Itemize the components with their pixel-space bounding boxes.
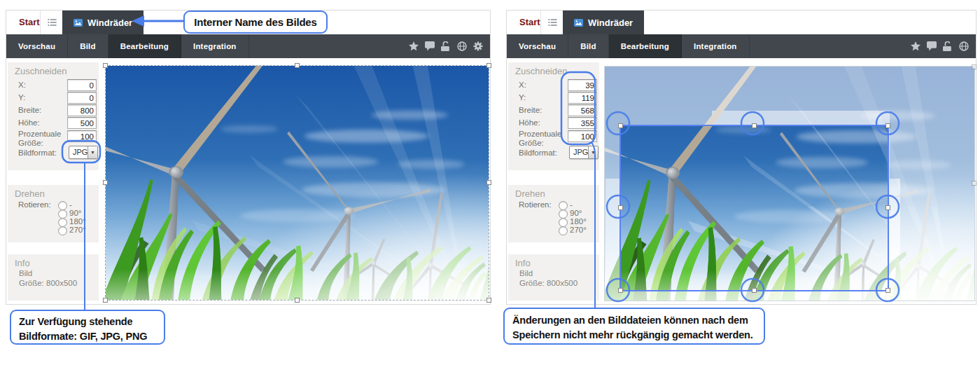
crop-height-label: Höhe:	[519, 118, 566, 128]
toolbar-item-bearbeitung[interactable]: Bearbeitung	[609, 34, 682, 58]
crop-selection[interactable]	[620, 125, 889, 291]
list-icon	[48, 18, 57, 27]
crop-x-input[interactable]	[67, 79, 97, 91]
format-select[interactable]: JPG ▼	[569, 146, 598, 159]
rotate-option-label[interactable]: 180°	[570, 217, 587, 226]
tab-list-button[interactable]	[540, 11, 564, 34]
selection-handle[interactable]	[486, 180, 491, 185]
star-icon[interactable]	[911, 41, 920, 51]
rotate-group-label: Rotieren:	[519, 200, 558, 209]
rotate-radio-270[interactable]	[559, 226, 568, 235]
gear-icon[interactable]	[473, 41, 483, 51]
tab-label: Windräder	[588, 18, 633, 28]
rotate-section-title: Drehen	[515, 188, 545, 199]
info-section: Info	[508, 254, 599, 301]
selection-handle[interactable]	[295, 298, 300, 303]
crop-x-label: X:	[18, 81, 66, 90]
crop-handle[interactable]	[886, 205, 890, 210]
rotate-option-label[interactable]: 270°	[69, 226, 86, 234]
crop-y-input[interactable]	[67, 92, 97, 104]
crop-handle[interactable]	[886, 123, 890, 128]
rotate-group-label: Rotieren:	[18, 200, 57, 209]
editor-toolbar: Vorschau Bild Bearbeitung Integration	[507, 34, 976, 58]
format-label: Bildformat:	[519, 149, 566, 158]
crop-y-input[interactable]	[568, 92, 597, 104]
crop-height-input[interactable]	[67, 117, 97, 129]
crop-x-input[interactable]	[568, 79, 597, 91]
crop-handle[interactable]	[752, 288, 757, 293]
note-text: Interner Name des Bildes	[194, 16, 316, 28]
image-canvas	[604, 66, 975, 301]
crop-width-label: Breite:	[18, 106, 66, 115]
crop-fade	[889, 125, 974, 291]
toolbar-item-bild[interactable]: Bild	[68, 34, 108, 58]
crop-handle[interactable]	[618, 288, 623, 293]
tab-label: Windräder	[88, 18, 132, 28]
crop-handle[interactable]	[886, 288, 890, 293]
info-section-title: Info	[15, 258, 30, 268]
crop-height-input[interactable]	[568, 117, 597, 129]
info-section: Info	[8, 254, 99, 301]
unlock-icon[interactable]	[943, 41, 953, 51]
rotate-option-label[interactable]: 180°	[69, 217, 86, 226]
format-label: Bildformat:	[18, 149, 66, 158]
globe-icon[interactable]	[457, 41, 467, 51]
toolbar-icon-group	[409, 34, 490, 58]
comment-icon[interactable]	[927, 41, 937, 51]
unlock-icon[interactable]	[441, 41, 451, 51]
star-icon[interactable]	[409, 41, 419, 51]
selection-handle[interactable]	[486, 63, 491, 68]
active-image-tab[interactable]: Windräder	[563, 11, 644, 34]
comment-icon[interactable]	[425, 41, 435, 51]
select-arrow-icon: ▼	[588, 146, 598, 158]
formats-note: Zur Verfügung stehende Bildformate: GIF,…	[10, 310, 165, 345]
toolbar-item-vorschau[interactable]: Vorschau	[6, 34, 68, 58]
note-text: Zur Verfügung stehende	[19, 315, 164, 329]
globe-icon[interactable]	[959, 41, 969, 51]
rotate-option-label[interactable]: -	[570, 200, 573, 209]
crop-handle[interactable]	[618, 123, 623, 128]
format-select[interactable]: JPG ▼	[69, 146, 98, 159]
rotate-option-label[interactable]: 90°	[69, 209, 81, 217]
editor-window-left: Start Windräder Vorschau Bild Bearbeitun…	[6, 10, 491, 305]
tab-name-note: Interner Name des Bildes	[183, 11, 328, 34]
crop-y-label: Y:	[18, 93, 66, 102]
crop-percent-label: Prozentuale Größe:	[18, 130, 66, 147]
selection-handle[interactable]	[972, 181, 976, 186]
rotate-option-label[interactable]: 270°	[570, 226, 587, 234]
crop-fade	[605, 67, 974, 125]
toolbar-item-vorschau[interactable]: Vorschau	[507, 34, 568, 58]
toolbar-item-bild[interactable]: Bild	[568, 34, 609, 58]
rotate-option-label[interactable]: 90°	[570, 209, 582, 217]
active-image-tab[interactable]: Windräder	[62, 11, 144, 34]
selection-handle[interactable]	[103, 63, 108, 68]
image-icon	[574, 19, 583, 27]
toolbar-item-integration[interactable]: Integration	[181, 34, 249, 58]
crop-percent-input[interactable]	[67, 130, 97, 142]
crop-width-input[interactable]	[568, 104, 597, 116]
format-select-value: JPG	[573, 148, 588, 156]
selection-handle[interactable]	[295, 63, 300, 68]
crop-percent-input[interactable]	[568, 130, 597, 142]
info-section-title: Info	[515, 258, 531, 268]
note-text: Bildformate: GIF, JPG, PNG	[19, 329, 164, 344]
selection-handle[interactable]	[972, 64, 976, 69]
info-size: Größe: 800x500	[19, 279, 77, 287]
selection-handle[interactable]	[103, 298, 108, 303]
save-warning-note: Änderungen an den Bilddateien können nac…	[503, 308, 765, 345]
tab-list-button[interactable]	[40, 11, 63, 34]
wind-turbines-image	[106, 66, 489, 300]
rotate-radio-270[interactable]	[58, 226, 67, 235]
crop-handle[interactable]	[752, 123, 757, 128]
rotate-option-label[interactable]: -	[69, 200, 72, 209]
selection-handle[interactable]	[486, 298, 491, 303]
crop-handle[interactable]	[618, 205, 623, 210]
toolbar-item-integration[interactable]: Integration	[682, 34, 750, 58]
editor-window-right: Start Windräder Vorschau Bild Bearbeitun…	[506, 10, 976, 305]
toolbar-item-bearbeitung[interactable]: Bearbeitung	[108, 34, 181, 58]
info-type: Bild	[519, 269, 533, 277]
crop-section-title: Zuschneiden	[15, 66, 66, 76]
selection-handle[interactable]	[103, 180, 108, 185]
note-text: Speichern nicht mehr rückgängig gemacht …	[512, 328, 764, 343]
crop-width-input[interactable]	[67, 104, 97, 116]
